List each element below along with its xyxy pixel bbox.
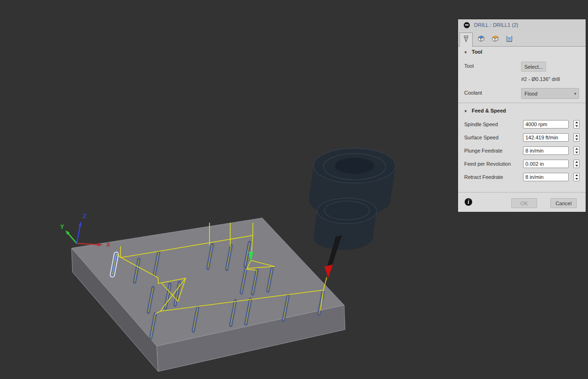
coolant-field-label: Coolant — [464, 90, 482, 96]
collapse-triangle-icon: ▼ — [464, 109, 467, 113]
dialog-tabs — [458, 31, 586, 47]
axis-x — [77, 243, 99, 245]
surface-speed-input[interactable] — [523, 133, 569, 142]
coolant-dropdown[interactable]: Flood ▾ — [521, 88, 579, 99]
tab-geometry[interactable] — [475, 32, 488, 46]
axis-label-y: Y — [60, 224, 64, 230]
stepper-up-icon[interactable] — [575, 148, 578, 150]
drill-dialog: DRILL : DRILL1 (2) — [458, 19, 586, 212]
axis-z — [77, 225, 80, 243]
coolant-value: Flood — [524, 91, 574, 97]
collapse-icon[interactable] — [464, 22, 470, 28]
tab-tool[interactable] — [459, 32, 473, 47]
plunge-feedrate-label: Plunge Feedrate — [464, 148, 502, 153]
stepper-down-icon[interactable] — [575, 178, 578, 180]
tool-field-label: Tool — [464, 63, 474, 69]
plunge-feedrate-stepper[interactable] — [573, 146, 580, 155]
stepper-up-icon[interactable] — [575, 161, 578, 163]
box-orange-top-icon — [491, 34, 499, 44]
spindle-speed-stepper[interactable] — [573, 120, 580, 129]
cancel-button[interactable]: Cancel — [550, 198, 577, 208]
stepper-up-icon[interactable] — [575, 135, 578, 137]
ladder-passes-icon — [505, 34, 514, 44]
retract-feedrate-input[interactable] — [523, 173, 569, 181]
feed-per-revolution-input[interactable] — [523, 160, 569, 168]
axis-label-x: X — [106, 242, 110, 248]
tool-holder-bore — [335, 158, 374, 174]
stepper-up-icon[interactable] — [575, 121, 578, 123]
tool-group-header[interactable]: ▼ Tool — [464, 49, 482, 55]
dialog-footer: i OK Cancel — [458, 192, 586, 212]
axis-label-z: Z — [83, 213, 86, 219]
chevron-down-icon: ▾ — [574, 91, 576, 96]
drill-bit-icon — [462, 35, 470, 45]
tool-name-text: #2 - Ø0.136" drill — [521, 76, 560, 82]
dialog-title: DRILL : DRILL1 (2) — [474, 22, 518, 28]
feed-per-revolution-label: Feed per Revolution — [464, 161, 511, 167]
tool-tip-marker[interactable] — [324, 265, 333, 278]
stepper-down-icon[interactable] — [575, 152, 578, 153]
retract-feedrate-stepper[interactable] — [573, 173, 580, 181]
stepper-down-icon[interactable] — [575, 165, 578, 167]
collapse-triangle-icon: ▼ — [464, 50, 467, 55]
tab-cycle[interactable] — [503, 32, 516, 46]
ok-button[interactable]: OK — [511, 198, 537, 208]
cube-blue-face-icon — [477, 34, 485, 44]
plunge-feedrate-input[interactable] — [523, 146, 569, 155]
feed-per-revolution-stepper[interactable] — [573, 160, 580, 168]
feed-group-header[interactable]: ▼ Feed & Speed — [464, 108, 506, 113]
info-icon[interactable]: i — [465, 198, 472, 206]
tool-select-button[interactable]: Select... — [521, 62, 546, 72]
axis-arrowhead-icon — [79, 221, 82, 226]
axis-y — [68, 233, 77, 243]
spindle-speed-label: Spindle Speed — [464, 121, 498, 127]
tab-heights[interactable] — [489, 32, 502, 46]
stepper-down-icon[interactable] — [575, 125, 578, 127]
stepper-down-icon[interactable] — [575, 138, 578, 140]
section-divider — [458, 103, 586, 103]
dialog-titlebar[interactable]: DRILL : DRILL1 (2) — [458, 19, 586, 31]
stepper-up-icon[interactable] — [575, 174, 578, 176]
surface-speed-stepper[interactable] — [573, 133, 580, 142]
surface-speed-label: Surface Speed — [464, 135, 499, 140]
spindle-speed-input[interactable] — [523, 120, 569, 129]
retract-feedrate-label: Retract Feedrate — [464, 174, 503, 180]
